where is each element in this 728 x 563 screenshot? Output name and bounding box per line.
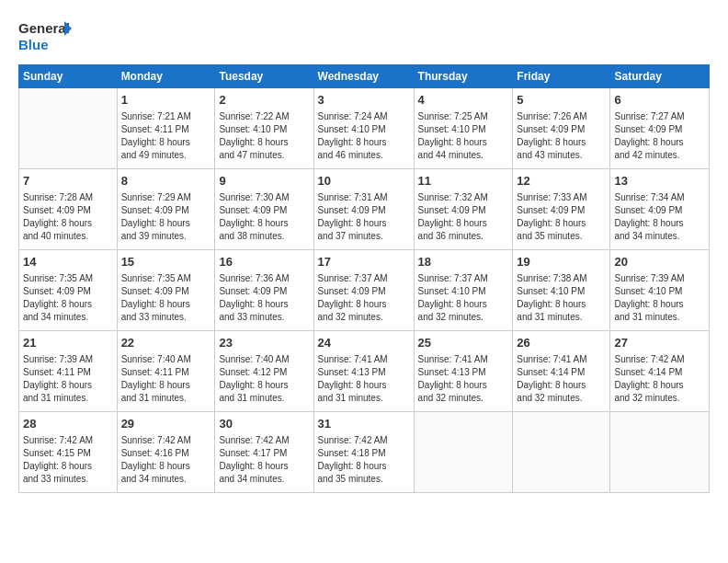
day-info: Sunrise: 7:26 AM Sunset: 4:09 PM Dayligh… — [517, 110, 606, 162]
calendar-cell: 24Sunrise: 7:41 AM Sunset: 4:13 PM Dayli… — [313, 331, 414, 412]
day-number: 9 — [219, 173, 309, 190]
logo-svg: General Blue — [18, 17, 74, 55]
day-number: 20 — [614, 254, 705, 270]
calendar-cell: 7Sunrise: 7:28 AM Sunset: 4:09 PM Daylig… — [19, 169, 118, 250]
day-number: 14 — [23, 254, 113, 270]
day-info: Sunrise: 7:24 AM Sunset: 4:10 PM Dayligh… — [318, 110, 410, 162]
day-info: Sunrise: 7:35 AM Sunset: 4:09 PM Dayligh… — [121, 272, 211, 324]
logo: General Blue — [18, 17, 74, 55]
day-number: 19 — [517, 254, 606, 270]
calendar-cell: 17Sunrise: 7:37 AM Sunset: 4:09 PM Dayli… — [313, 250, 414, 331]
day-info: Sunrise: 7:21 AM Sunset: 4:11 PM Dayligh… — [121, 110, 211, 162]
calendar-cell — [414, 412, 513, 493]
calendar-cell: 2Sunrise: 7:22 AM Sunset: 4:10 PM Daylig… — [215, 88, 313, 169]
day-number: 12 — [517, 173, 606, 190]
weekday-header-sunday: Sunday — [19, 65, 118, 88]
day-info: Sunrise: 7:27 AM Sunset: 4:09 PM Dayligh… — [614, 110, 705, 162]
calendar-cell — [610, 412, 710, 493]
day-info: Sunrise: 7:22 AM Sunset: 4:10 PM Dayligh… — [219, 110, 309, 162]
header: General Blue — [18, 17, 710, 55]
day-info: Sunrise: 7:41 AM Sunset: 4:13 PM Dayligh… — [318, 353, 410, 405]
day-number: 27 — [614, 335, 705, 351]
day-info: Sunrise: 7:37 AM Sunset: 4:10 PM Dayligh… — [418, 272, 509, 324]
weekday-header-tuesday: Tuesday — [215, 65, 313, 88]
day-info: Sunrise: 7:39 AM Sunset: 4:11 PM Dayligh… — [23, 353, 113, 405]
calendar-cell: 18Sunrise: 7:37 AM Sunset: 4:10 PM Dayli… — [414, 250, 513, 331]
day-info: Sunrise: 7:42 AM Sunset: 4:14 PM Dayligh… — [614, 353, 705, 405]
day-info: Sunrise: 7:42 AM Sunset: 4:17 PM Dayligh… — [219, 434, 309, 486]
day-number: 8 — [121, 173, 211, 190]
calendar-cell: 16Sunrise: 7:36 AM Sunset: 4:09 PM Dayli… — [215, 250, 313, 331]
calendar-cell: 19Sunrise: 7:38 AM Sunset: 4:10 PM Dayli… — [513, 250, 610, 331]
calendar-cell: 3Sunrise: 7:24 AM Sunset: 4:10 PM Daylig… — [313, 88, 414, 169]
day-number: 31 — [318, 416, 410, 432]
day-number: 4 — [418, 92, 509, 109]
week-row-3: 21Sunrise: 7:39 AM Sunset: 4:11 PM Dayli… — [19, 331, 710, 412]
weekday-header-thursday: Thursday — [414, 65, 513, 88]
weekday-header-row: SundayMondayTuesdayWednesdayThursdayFrid… — [19, 65, 710, 88]
day-info: Sunrise: 7:41 AM Sunset: 4:13 PM Dayligh… — [418, 353, 509, 405]
day-number: 24 — [318, 335, 410, 351]
day-number: 13 — [614, 173, 705, 190]
calendar-cell: 12Sunrise: 7:33 AM Sunset: 4:09 PM Dayli… — [513, 169, 610, 250]
calendar-cell: 23Sunrise: 7:40 AM Sunset: 4:12 PM Dayli… — [215, 331, 313, 412]
calendar-cell: 8Sunrise: 7:29 AM Sunset: 4:09 PM Daylig… — [117, 169, 215, 250]
calendar-cell: 25Sunrise: 7:41 AM Sunset: 4:13 PM Dayli… — [414, 331, 513, 412]
week-row-2: 14Sunrise: 7:35 AM Sunset: 4:09 PM Dayli… — [19, 250, 710, 331]
calendar-cell: 14Sunrise: 7:35 AM Sunset: 4:09 PM Dayli… — [19, 250, 118, 331]
day-info: Sunrise: 7:42 AM Sunset: 4:16 PM Dayligh… — [121, 434, 211, 486]
calendar-cell: 26Sunrise: 7:41 AM Sunset: 4:14 PM Dayli… — [513, 331, 610, 412]
day-info: Sunrise: 7:31 AM Sunset: 4:09 PM Dayligh… — [318, 191, 410, 243]
day-number: 29 — [121, 416, 211, 432]
weekday-header-saturday: Saturday — [610, 65, 710, 88]
day-number: 16 — [219, 254, 309, 270]
day-info: Sunrise: 7:39 AM Sunset: 4:10 PM Dayligh… — [614, 272, 705, 324]
calendar-cell: 4Sunrise: 7:25 AM Sunset: 4:10 PM Daylig… — [414, 88, 513, 169]
day-number: 28 — [23, 416, 113, 432]
day-number: 6 — [614, 92, 705, 109]
week-row-1: 7Sunrise: 7:28 AM Sunset: 4:09 PM Daylig… — [19, 169, 710, 250]
day-info: Sunrise: 7:33 AM Sunset: 4:09 PM Dayligh… — [517, 191, 606, 243]
calendar-cell: 21Sunrise: 7:39 AM Sunset: 4:11 PM Dayli… — [19, 331, 118, 412]
day-info: Sunrise: 7:30 AM Sunset: 4:09 PM Dayligh… — [219, 191, 309, 243]
day-number: 25 — [418, 335, 509, 351]
day-number: 26 — [517, 335, 606, 351]
day-number: 7 — [23, 173, 113, 190]
calendar-cell: 20Sunrise: 7:39 AM Sunset: 4:10 PM Dayli… — [610, 250, 710, 331]
calendar-cell: 15Sunrise: 7:35 AM Sunset: 4:09 PM Dayli… — [117, 250, 215, 331]
day-info: Sunrise: 7:25 AM Sunset: 4:10 PM Dayligh… — [418, 110, 509, 162]
calendar-cell: 29Sunrise: 7:42 AM Sunset: 4:16 PM Dayli… — [117, 412, 215, 493]
day-info: Sunrise: 7:40 AM Sunset: 4:11 PM Dayligh… — [121, 353, 211, 405]
day-number: 23 — [219, 335, 309, 351]
day-number: 3 — [318, 92, 410, 109]
day-info: Sunrise: 7:28 AM Sunset: 4:09 PM Dayligh… — [23, 191, 113, 243]
calendar-cell: 31Sunrise: 7:42 AM Sunset: 4:18 PM Dayli… — [313, 412, 414, 493]
day-info: Sunrise: 7:37 AM Sunset: 4:09 PM Dayligh… — [318, 272, 410, 324]
day-number: 30 — [219, 416, 309, 432]
svg-text:Blue: Blue — [18, 37, 49, 52]
week-row-4: 28Sunrise: 7:42 AM Sunset: 4:15 PM Dayli… — [19, 412, 710, 493]
calendar-cell: 22Sunrise: 7:40 AM Sunset: 4:11 PM Dayli… — [117, 331, 215, 412]
calendar-cell: 13Sunrise: 7:34 AM Sunset: 4:09 PM Dayli… — [610, 169, 710, 250]
calendar-cell: 6Sunrise: 7:27 AM Sunset: 4:09 PM Daylig… — [610, 88, 710, 169]
day-info: Sunrise: 7:42 AM Sunset: 4:18 PM Dayligh… — [318, 434, 410, 486]
calendar-cell: 1Sunrise: 7:21 AM Sunset: 4:11 PM Daylig… — [117, 88, 215, 169]
day-info: Sunrise: 7:32 AM Sunset: 4:09 PM Dayligh… — [418, 191, 509, 243]
calendar-cell: 28Sunrise: 7:42 AM Sunset: 4:15 PM Dayli… — [19, 412, 118, 493]
day-info: Sunrise: 7:29 AM Sunset: 4:09 PM Dayligh… — [121, 191, 211, 243]
calendar-cell — [513, 412, 610, 493]
day-info: Sunrise: 7:35 AM Sunset: 4:09 PM Dayligh… — [23, 272, 113, 324]
calendar-cell: 9Sunrise: 7:30 AM Sunset: 4:09 PM Daylig… — [215, 169, 313, 250]
day-info: Sunrise: 7:38 AM Sunset: 4:10 PM Dayligh… — [517, 272, 606, 324]
day-number: 10 — [318, 173, 410, 190]
calendar-table: SundayMondayTuesdayWednesdayThursdayFrid… — [18, 64, 710, 493]
day-number: 1 — [121, 92, 211, 109]
day-info: Sunrise: 7:42 AM Sunset: 4:15 PM Dayligh… — [23, 434, 113, 486]
day-number: 2 — [219, 92, 309, 109]
calendar-cell: 10Sunrise: 7:31 AM Sunset: 4:09 PM Dayli… — [313, 169, 414, 250]
calendar-cell: 5Sunrise: 7:26 AM Sunset: 4:09 PM Daylig… — [513, 88, 610, 169]
weekday-header-wednesday: Wednesday — [313, 65, 414, 88]
day-info: Sunrise: 7:36 AM Sunset: 4:09 PM Dayligh… — [219, 272, 309, 324]
weekday-header-friday: Friday — [513, 65, 610, 88]
day-info: Sunrise: 7:40 AM Sunset: 4:12 PM Dayligh… — [219, 353, 309, 405]
